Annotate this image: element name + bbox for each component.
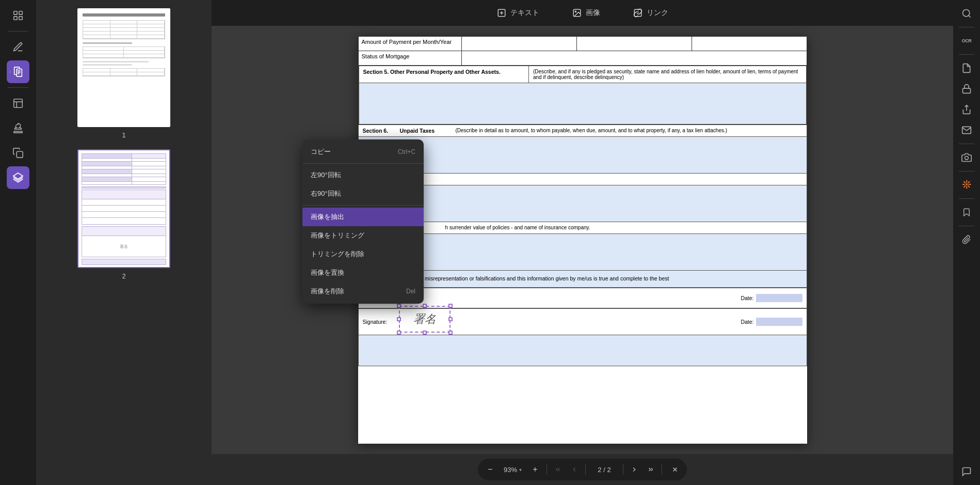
thumbnail-frame-1	[77, 8, 170, 127]
handle-ml[interactable]	[397, 317, 401, 321]
page-next-fast-button[interactable]	[643, 462, 658, 477]
context-menu: コピー Ctrl+C 左90°回転 右90°回転 画像を抽出 画像をトリミング …	[302, 139, 424, 304]
sig-text: 署名	[413, 311, 436, 327]
section8-container: Section 8. Life In h surrender value of …	[358, 222, 807, 271]
context-menu-extract[interactable]: 画像を抽出	[302, 208, 424, 226]
svg-rect-9	[14, 99, 23, 108]
page-next-button[interactable]	[626, 462, 642, 477]
svg-rect-0	[14, 11, 17, 14]
svg-rect-13	[17, 151, 23, 158]
thumbnail-1[interactable]: 1	[77, 8, 170, 139]
page-indicator: 2 / 2	[589, 466, 620, 474]
svg-rect-5	[17, 69, 22, 77]
right-divider-1	[959, 27, 974, 27]
zoom-divider-2	[585, 464, 586, 475]
thumbnail-frame-2: 署名	[77, 149, 170, 268]
edit-pen-icon[interactable]	[7, 36, 29, 58]
brand-icon[interactable]: ❊	[957, 176, 976, 194]
zoom-percentage: 93%	[504, 466, 517, 474]
date2-label: Date:	[741, 319, 753, 325]
thumbnail-label-2: 2	[122, 272, 125, 280]
right-divider-4	[959, 171, 974, 171]
copy-icon[interactable]	[7, 142, 29, 164]
svg-point-21	[963, 10, 970, 17]
layers-icon[interactable]	[7, 166, 29, 189]
affirm-text: I hereby affirm that th llful misreprese…	[359, 271, 807, 287]
right-sidebar: OCR ❊	[953, 0, 980, 485]
mail-icon[interactable]	[957, 121, 976, 139]
handle-tr[interactable]	[448, 304, 453, 308]
bookmark-icon[interactable]	[957, 203, 976, 222]
mortgage-label: Status of Mortgage	[358, 51, 461, 66]
document-viewer[interactable]: Amount of Payment per Month/Year Status …	[212, 26, 953, 454]
image-btn-label: 画像	[586, 8, 600, 18]
stamp-icon[interactable]	[7, 117, 29, 139]
context-menu-rotate-right[interactable]: 右90°回転	[302, 184, 424, 203]
zoom-divider-4	[662, 464, 662, 475]
layout-icon[interactable]	[7, 92, 29, 115]
context-menu-delete[interactable]: 画像を削除 Del	[302, 282, 424, 301]
date2-section: Date:	[741, 318, 802, 326]
date2-input[interactable]	[756, 318, 802, 326]
handle-tm[interactable]	[423, 304, 427, 308]
svg-rect-3	[19, 17, 22, 20]
right-divider-3	[959, 144, 974, 144]
section5-title: Section 5. Other Personal Property and O…	[359, 66, 528, 83]
ocr-icon[interactable]: OCR	[957, 32, 976, 50]
context-menu-replace[interactable]: 画像を置換	[302, 263, 424, 282]
zoom-value-display: 93% ▾	[500, 466, 526, 474]
section5-desc: (Describe, and if any is pledged as secu…	[528, 66, 806, 83]
share-icon[interactable]	[957, 100, 976, 119]
thumbnail-2[interactable]: 署名 2	[77, 149, 170, 280]
page-prev-fast-button[interactable]	[567, 462, 582, 477]
svg-rect-2	[14, 17, 17, 20]
svg-line-22	[969, 15, 971, 18]
bottom-section	[358, 335, 807, 366]
pages-edit-icon[interactable]	[7, 60, 29, 83]
search-right-icon[interactable]	[957, 4, 976, 23]
bottom-toolbar: − 93% ▾ + 2 / 2	[212, 454, 953, 485]
close-viewer-button[interactable]	[667, 462, 683, 477]
svg-rect-1	[19, 11, 22, 14]
zoom-out-button[interactable]: −	[482, 461, 499, 478]
handle-br[interactable]	[448, 331, 453, 335]
context-menu-trim[interactable]: 画像をトリミング	[302, 226, 424, 245]
section6-title: Section 6.	[359, 125, 400, 136]
context-menu-copy[interactable]: コピー Ctrl+C	[302, 143, 424, 161]
handle-tl[interactable]	[397, 304, 401, 308]
date1-section: Date:	[741, 294, 802, 302]
context-menu-rotate-left[interactable]: 左90°回転	[302, 166, 424, 184]
section6-container: Section 6. Unpaid Taxes (Describe in det…	[358, 125, 807, 174]
left-sidebar	[0, 0, 36, 485]
link-btn-label: リンク	[647, 8, 668, 18]
handle-bl[interactable]	[397, 331, 401, 335]
file-lock-icon[interactable]	[957, 80, 976, 98]
comment-icon[interactable]	[957, 462, 976, 481]
sidebar-divider-1	[8, 31, 28, 32]
handle-mr[interactable]	[448, 317, 453, 321]
image-tool-button[interactable]: 画像	[566, 5, 606, 21]
context-menu-divider-1	[302, 163, 424, 164]
thumbnail-label-1: 1	[122, 131, 125, 139]
affirm-section: I hereby affirm that th llful misreprese…	[358, 271, 807, 288]
date1-input[interactable]	[756, 294, 802, 302]
handle-bm[interactable]	[423, 331, 427, 335]
context-menu-remove-trim[interactable]: トリミングを削除	[302, 245, 424, 263]
paperclip-icon[interactable]	[957, 230, 976, 249]
svg-point-25	[965, 157, 969, 160]
grid-icon[interactable]	[7, 4, 29, 27]
svg-rect-23	[963, 88, 971, 93]
file-icon[interactable]	[957, 59, 976, 77]
zoom-in-button[interactable]: +	[527, 461, 543, 478]
text-tool-button[interactable]: テキスト	[491, 5, 545, 21]
camera-icon[interactable]	[957, 148, 976, 167]
text-btn-label: テキスト	[510, 8, 539, 18]
link-tool-button[interactable]: リンク	[627, 5, 674, 21]
total-pages: 2	[607, 466, 611, 474]
right-divider-5	[959, 198, 974, 199]
zoom-dropdown-arrow[interactable]: ▾	[519, 467, 522, 473]
section7-container: Section 7. Other	[358, 174, 807, 222]
page-first-button[interactable]	[550, 462, 566, 477]
main-area: テキスト 画像 リンク	[212, 0, 953, 485]
signature-image-selected[interactable]: 署名	[399, 306, 451, 333]
